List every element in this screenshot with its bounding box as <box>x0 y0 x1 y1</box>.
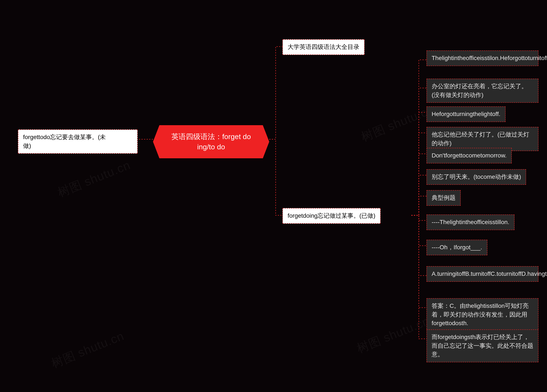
leaf-text: Don'tforgettocometomorrow. <box>432 152 507 159</box>
leaf-text: Heforgotturningthelightoff. <box>432 111 500 117</box>
leaf-3[interactable]: 他忘记他已经关了灯了。(已做过关灯的动作) <box>426 127 539 151</box>
leaf-10[interactable]: 答案：C。由thelightisstillon可知灯亮着，即关灯的动作没有发生，… <box>426 298 539 331</box>
leaf-text: 答案：C。由thelightisstillon可知灯亮着，即关灯的动作没有发生，… <box>432 303 529 326</box>
leaf-1[interactable]: 办公室的灯还在亮着，它忘记关了。(没有做关灯的动作) <box>426 79 539 103</box>
root-node[interactable]: 英语四级语法：forget do ing/to do <box>153 125 269 158</box>
right-top-text: 大学英语四级语法大全目录 <box>287 44 359 50</box>
root-text-line1: 英语四级语法：forget do <box>171 132 251 141</box>
left-node[interactable]: forgettodo忘记要去做某事。(未 做) <box>18 129 138 154</box>
leaf-2[interactable]: Heforgotturningthelightoff. <box>426 106 506 122</box>
leaf-4[interactable]: Don'tforgettocometomorrow. <box>426 148 512 163</box>
watermark: 树图 shutu.cn <box>55 157 133 201</box>
leaf-text: 他忘记他已经关了灯了。(已做过关灯的动作) <box>432 131 529 147</box>
leaf-5[interactable]: 别忘了明天来。(tocome动作未做) <box>426 169 526 185</box>
leaf-text: 典型例题 <box>432 194 456 201</box>
leaf-text: ----Oh，Iforgot___. <box>432 244 482 250</box>
watermark: 树图 shutu.cn <box>359 101 436 145</box>
left-node-line2: 做) <box>23 142 31 149</box>
leaf-text: 别忘了明天来。(tocome动作未做) <box>432 174 521 180</box>
leaf-text: Thelightintheofficeisstilon.Heforgottotu… <box>432 55 547 61</box>
leaf-0[interactable]: Thelightintheofficeisstilon.Heforgottotu… <box>426 50 539 66</box>
watermark: 树图 shutu.cn <box>49 328 126 372</box>
watermark: 树图 shutu.cn <box>355 313 432 357</box>
diagram-canvas: 树图 shutu.cn 树图 shutu.cn 树图 shutu.cn 树图 s… <box>0 0 547 392</box>
leaf-6[interactable]: 典型例题 <box>426 190 461 206</box>
right-bottom-text: forgetdoing忘记做过某事。(已做) <box>287 212 376 219</box>
left-node-line1: forgettodo忘记要去做某事。(未 <box>23 134 106 140</box>
leaf-9[interactable]: A.turningitoffB.turnitoffC.toturnitoffD.… <box>426 266 539 282</box>
root-text-line2: ing/to do <box>197 143 225 151</box>
leaf-text: 而forgetdoingsth表示灯已经关上了，而自己忘记了这一事实。此处不符合… <box>432 334 533 358</box>
leaf-text: 办公室的灯还在亮着，它忘记关了。(没有做关灯的动作) <box>432 83 527 98</box>
leaf-7[interactable]: ----Thelightintheofficeisstillon. <box>426 215 514 230</box>
leaf-text: ----Thelightintheofficeisstillon. <box>432 219 509 225</box>
leaf-8[interactable]: ----Oh，Iforgot___. <box>426 240 487 255</box>
leaf-text: A.turningitoffB.turnitoffC.toturnitoffD.… <box>432 270 547 277</box>
leaf-11[interactable]: 而forgetdoingsth表示灯已经关上了，而自己忘记了这一事实。此处不符合… <box>426 329 539 362</box>
right-top-node[interactable]: 大学英语四级语法大全目录 <box>282 39 364 55</box>
right-bottom-node[interactable]: forgetdoing忘记做过某事。(已做) <box>282 208 381 224</box>
